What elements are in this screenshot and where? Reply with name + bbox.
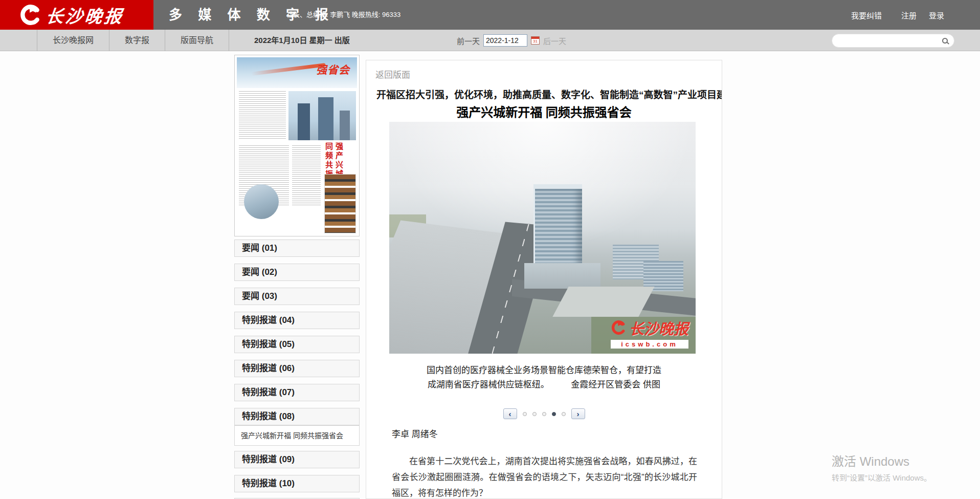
sidebar-item-page-05[interactable]: 特别报道 (05)	[234, 336, 360, 353]
photo-watermark-logo-icon	[611, 320, 626, 335]
logo-block[interactable]: 长沙晚报	[0, 0, 153, 30]
sidebar-item-page-04[interactable]: 特别报道 (04)	[234, 312, 360, 329]
article-photo[interactable]: 长沙晚报 icswb.com	[389, 122, 696, 354]
date-input[interactable]	[483, 34, 527, 47]
next-day-link[interactable]: 后一天	[543, 35, 566, 46]
search-icon[interactable]	[942, 38, 948, 44]
article-panel: 返回版面 开福区招大引强，优化环境，助推高质量、数字化、智能制造“高数智”产业项…	[366, 60, 722, 499]
header-links: 我要纠错 注册 登录	[851, 0, 944, 30]
digital-newspaper-page: 长沙晚报 多 媒 体 数 字 报 社长、总编辑: 李鹏飞 晚报热线: 96333…	[0, 0, 980, 499]
article-authors: 李卓 周绪冬	[392, 427, 438, 440]
thumbnail-banner-image: 强省会	[237, 57, 357, 88]
sidebar-item-page-09[interactable]: 特别报道 (09)	[234, 451, 360, 468]
top-header: 长沙晚报 多 媒 体 数 字 报 社长、总编辑: 李鹏飞 晚报热线: 96333…	[0, 0, 980, 30]
sub-navigation-bar: 长沙晚报网 数字报 版面导航 2022年1月10日 星期一 出版 前一天 后一天	[0, 30, 980, 51]
thumbnail-tower	[298, 103, 310, 140]
windows-watermark-line2: 转到“设置”以激活 Windows。	[832, 472, 931, 483]
masthead-info: 社长、总编辑: 李鹏飞 晚报热线: 96333	[286, 0, 400, 30]
changsha-evening-news-logo-icon	[19, 4, 41, 26]
front-page-thumbnail[interactable]: 强省会 强产兴城新开福 同频共振强省会	[234, 55, 360, 236]
search-input[interactable]	[832, 35, 942, 47]
windows-watermark-line1: 激活 Windows	[832, 451, 931, 469]
nav-item-page-navigation[interactable]: 版面导航	[165, 30, 229, 51]
pagination-dot-4-active[interactable]	[552, 412, 556, 416]
sidebar-current-article-link[interactable]: 强产兴城新开福 同频共振强省会	[234, 425, 360, 446]
pagination-dot-1[interactable]	[523, 412, 527, 416]
subnav-items: 长沙晚报网 数字报 版面导航	[37, 30, 229, 51]
photo-podium-building	[524, 263, 601, 289]
calendar-icon[interactable]	[531, 36, 540, 45]
sidebar-item-page-08[interactable]: 特别报道 (08)	[234, 408, 360, 425]
caption-line-2: 成湖南省医疗器械供应链枢纽。 金霞经开区管委会 供图	[387, 378, 701, 392]
sidebar-item-page-01[interactable]: 要闻 (01)	[234, 240, 360, 257]
carousel-prev-button[interactable]: ‹	[503, 408, 517, 419]
nav-item-news-site[interactable]: 长沙晚报网	[37, 30, 109, 51]
report-error-link[interactable]: 我要纠错	[851, 10, 882, 20]
photo-watermark-url: icswb.com	[611, 340, 688, 349]
previous-day-link[interactable]: 前一天	[457, 35, 480, 46]
thumbnail-tower	[318, 97, 333, 140]
photo-watermark: 长沙晚报 icswb.com	[611, 317, 688, 349]
nav-item-digital-paper[interactable]: 数字报	[109, 30, 165, 51]
article-kicker: 开福区招大引强，优化环境，助推高质量、数字化、智能制造“高数智”产业项目建设——	[376, 87, 711, 101]
article-paragraph: 在省第十二次党代会上，湖南首次提出将实施强省会战略，如春风拂过，在省会长沙激起圈…	[392, 453, 697, 499]
sidebar-item-page-02[interactable]: 要闻 (02)	[234, 264, 360, 281]
pagination-dot-2[interactable]	[532, 412, 537, 416]
carousel-next-button[interactable]: ›	[571, 408, 585, 419]
photo-caption: 国内首创的医疗器械全业务场景智能仓库德荣智仓，有望打造 成湖南省医疗器械供应链枢…	[387, 363, 701, 392]
sidebar-item-page-06[interactable]: 特别报道 (06)	[234, 360, 360, 377]
caption-line-1: 国内首创的医疗器械全业务场景智能仓库德荣智仓，有望打造	[387, 363, 701, 378]
back-to-page-link[interactable]: 返回版面	[375, 68, 410, 80]
logo-text: 长沙晚报	[44, 3, 125, 28]
pagination-dot-5[interactable]	[562, 412, 566, 416]
sidebar-item-page-10[interactable]: 特别报道 (10)	[234, 475, 360, 492]
search-box	[832, 34, 954, 48]
thumbnail-text-column	[292, 145, 321, 206]
photo-watermark-brand: 长沙晚报	[629, 317, 688, 338]
sidebar-item-page-03[interactable]: 要闻 (03)	[234, 288, 360, 305]
photo-plaza	[553, 287, 655, 317]
day-navigation: 前一天 后一天	[457, 30, 566, 51]
thumbnail-text-column	[239, 91, 286, 140]
thumbnail-tower	[340, 111, 350, 140]
login-link[interactable]: 登录	[929, 10, 944, 20]
article-title: 强产兴城新开福 同频共振强省会	[376, 102, 711, 120]
pagination-dot-3[interactable]	[542, 412, 546, 416]
publish-date: 2022年1月10日 星期一 出版	[254, 30, 350, 51]
windows-activation-watermark: 激活 Windows 转到“设置”以激活 Windows。	[832, 451, 931, 483]
sidebar-item-page-07[interactable]: 特别报道 (07)	[234, 384, 360, 401]
thumbnail-banner-title: 强省会	[316, 61, 350, 77]
thumbnail-city-photo	[288, 91, 356, 140]
thumbnail-circle-photo	[244, 184, 279, 219]
thumbnail-banner-swoosh	[251, 63, 325, 76]
register-link[interactable]: 注册	[901, 10, 917, 20]
thumbnail-warehouse-photo	[324, 174, 356, 233]
photo-pagination: ‹ ›	[366, 408, 722, 419]
